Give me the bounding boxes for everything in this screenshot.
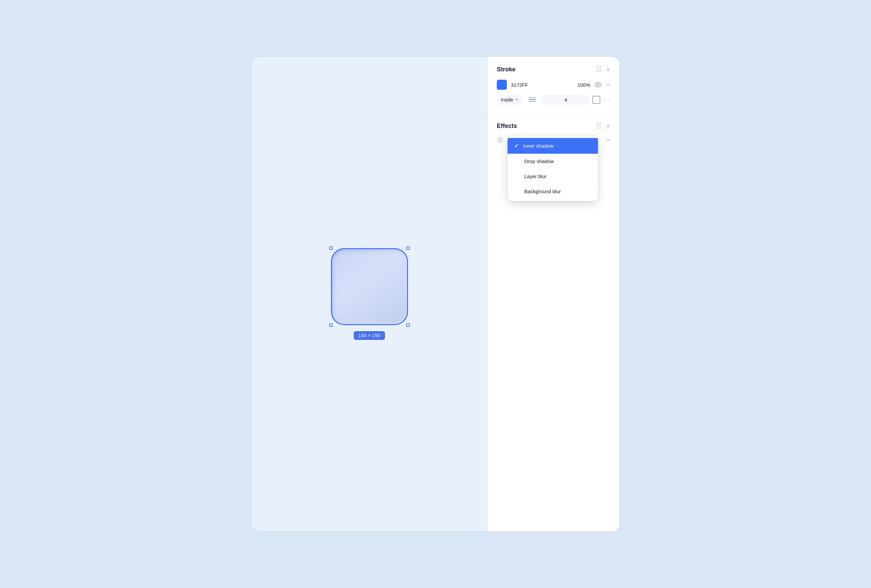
stroke-opacity-value[interactable]: 100% (578, 82, 590, 88)
stroke-section: Stroke + 3172FF 100% (488, 57, 620, 113)
effects-section-header: Effects + (497, 122, 610, 130)
effects-dropdown: ✓ Inner shadow Drop shadow Layer blur Ba… (507, 136, 598, 201)
dropdown-label-background-blur: Background blur (524, 188, 561, 194)
main-card: 150 × 150 Stroke + (251, 56, 620, 532)
chevron-down-icon (515, 99, 518, 100)
stroke-hex-value[interactable]: 3172FF (511, 82, 573, 88)
shape-container: 150 × 150 (331, 248, 408, 340)
svg-line-6 (498, 137, 498, 138)
stroke-more-button[interactable]: ··· (604, 97, 610, 103)
handle-top-left[interactable] (329, 246, 333, 250)
stroke-controls: + (597, 66, 610, 73)
right-panel: Stroke + 3172FF 100% (487, 57, 620, 531)
svg-line-8 (498, 142, 498, 142)
stroke-color-row: 3172FF 100% − (497, 80, 610, 90)
effects-section: Effects + (488, 113, 620, 150)
dropdown-item-drop-shadow[interactable]: Drop shadow (507, 154, 598, 169)
dropdown-item-background-blur[interactable]: Background blur (507, 184, 598, 199)
size-label: 150 × 150 (354, 331, 385, 340)
dropdown-item-inner-shadow[interactable]: ✓ Inner shadow (507, 138, 598, 154)
handle-top-right[interactable] (406, 246, 410, 250)
svg-point-0 (597, 84, 599, 86)
stroke-color-swatch[interactable] (497, 80, 507, 90)
effects-dots-icon (597, 123, 601, 129)
handle-bottom-right[interactable] (406, 324, 410, 327)
shape-wrapper (331, 248, 408, 325)
stroke-title: Stroke (497, 66, 516, 73)
stroke-position-select[interactable]: Inside (497, 95, 522, 105)
effects-dots-button[interactable] (597, 123, 601, 129)
sun-icon (497, 137, 503, 143)
dropdown-label-inner-shadow: Inner shadow (523, 143, 554, 149)
stroke-section-header: Stroke + (497, 66, 610, 73)
design-shape[interactable] (331, 248, 408, 325)
effects-controls: + (597, 123, 610, 130)
svg-line-9 (502, 137, 503, 138)
stroke-remove-button[interactable]: − (606, 81, 610, 88)
dots-icon (597, 66, 601, 73)
stroke-align-icon (525, 95, 539, 104)
stroke-position-label: Inside (501, 97, 513, 103)
stroke-options-row: Inside 4 ··· (497, 94, 610, 105)
stroke-style-icon[interactable] (592, 96, 600, 104)
svg-line-7 (502, 142, 503, 142)
canvas-area: 150 × 150 (251, 57, 487, 531)
effects-add-button[interactable]: + (606, 123, 610, 130)
dropdown-item-layer-blur[interactable]: Layer blur (507, 169, 598, 184)
effect-remove-button[interactable]: − (606, 136, 610, 144)
effects-title: Effects (497, 122, 517, 130)
dropdown-label-drop-shadow: Drop shadow (524, 158, 554, 164)
svg-point-1 (499, 139, 501, 141)
handle-bottom-left[interactable] (329, 324, 333, 327)
check-icon: ✓ (514, 143, 519, 149)
stroke-visibility-button[interactable] (594, 82, 602, 87)
stroke-width-value[interactable]: 4 (543, 94, 588, 105)
dropdown-label-layer-blur: Layer blur (524, 173, 547, 179)
stroke-dots-button[interactable] (597, 66, 601, 73)
stroke-add-button[interactable]: + (606, 66, 610, 73)
